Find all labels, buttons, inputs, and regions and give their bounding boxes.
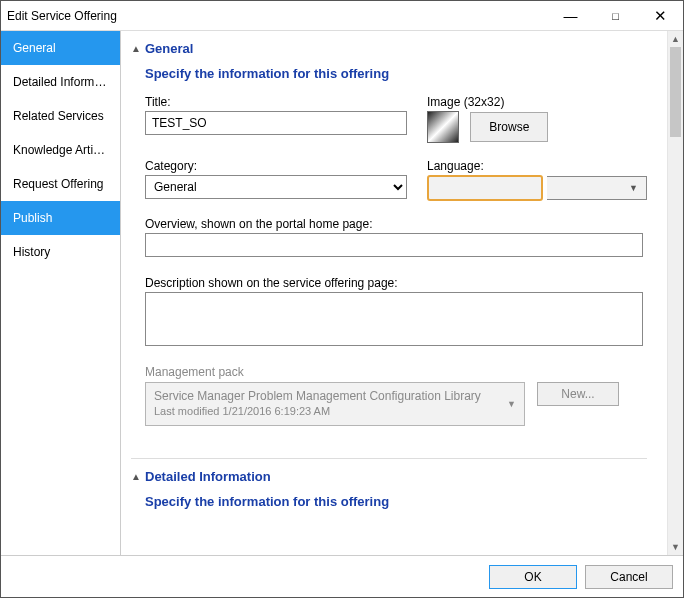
browse-button[interactable]: Browse: [470, 112, 548, 142]
mgmt-pack-select[interactable]: Service Manager Problem Management Confi…: [145, 382, 525, 426]
sidebar-item-general[interactable]: General: [1, 31, 120, 65]
window-body: General Detailed Informa... Related Serv…: [1, 31, 683, 555]
mgmt-pack-label: Management pack: [145, 365, 647, 379]
window-titlebar: Edit Service Offering — □ ✕: [1, 1, 683, 31]
overview-label: Overview, shown on the portal home page:: [145, 217, 647, 231]
description-label: Description shown on the service offerin…: [145, 276, 647, 290]
maximize-button[interactable]: □: [593, 1, 638, 31]
description-block: Description shown on the service offerin…: [145, 276, 647, 349]
edit-service-offering-window: Edit Service Offering — □ ✕ General Deta…: [0, 0, 684, 598]
section-title-detailed: Detailed Information: [145, 469, 271, 484]
scroll-down-icon[interactable]: ▼: [668, 539, 683, 555]
row-category-language: Category: General Language: ▼: [145, 159, 647, 201]
sidebar-item-history[interactable]: History: [1, 235, 120, 269]
image-label: Image (32x32): [427, 95, 647, 109]
sidebar-item-related-services[interactable]: Related Services: [1, 99, 120, 133]
language-dropdown-arrow[interactable]: ▼: [547, 176, 647, 200]
new-mgmt-pack-button[interactable]: New...: [537, 382, 619, 406]
vertical-scrollbar[interactable]: ▲ ▼: [667, 31, 683, 555]
ok-button[interactable]: OK: [489, 565, 577, 589]
category-label: Category:: [145, 159, 407, 173]
row-title-image: Title: Image (32x32) Browse: [145, 95, 647, 143]
mgmt-pack-name: Service Manager Problem Management Confi…: [154, 389, 516, 403]
cancel-button[interactable]: Cancel: [585, 565, 673, 589]
description-textarea[interactable]: [145, 292, 643, 346]
close-button[interactable]: ✕: [638, 1, 683, 31]
overview-textarea[interactable]: [145, 233, 643, 257]
minimize-button[interactable]: —: [548, 1, 593, 31]
general-form: Title: Image (32x32) Browse Category:: [131, 95, 647, 452]
section-header-detailed[interactable]: ▲ Detailed Information: [131, 465, 647, 488]
title-label: Title:: [145, 95, 407, 109]
title-input[interactable]: [145, 111, 407, 135]
scroll-up-icon[interactable]: ▲: [668, 31, 683, 47]
collapse-icon: ▲: [131, 471, 145, 482]
dialog-footer: OK Cancel: [1, 555, 683, 597]
section-header-general[interactable]: ▲ General: [131, 37, 647, 60]
mgmt-pack-modified: Last modified 1/21/2016 6:19:23 AM: [154, 405, 516, 417]
chevron-down-icon: ▼: [507, 399, 516, 409]
overview-block: Overview, shown on the portal home page:: [145, 217, 647, 260]
section-title-general: General: [145, 41, 193, 56]
image-thumbnail: [427, 111, 459, 143]
sidebar-item-detailed-information[interactable]: Detailed Informa...: [1, 65, 120, 99]
sidebar-item-request-offering[interactable]: Request Offering: [1, 167, 120, 201]
language-select-highlighted[interactable]: [427, 175, 543, 201]
mgmt-block: Management pack Service Manager Problem …: [145, 365, 647, 426]
window-title: Edit Service Offering: [7, 9, 548, 23]
collapse-icon: ▲: [131, 43, 145, 54]
sidebar-item-publish[interactable]: Publish: [1, 201, 120, 235]
scroll-thumb[interactable]: [670, 47, 681, 137]
sidebar: General Detailed Informa... Related Serv…: [1, 31, 121, 555]
section-subtitle-general: Specify the information for this offerin…: [131, 60, 647, 95]
sidebar-item-knowledge-articles[interactable]: Knowledge Artic...: [1, 133, 120, 167]
category-select[interactable]: General: [145, 175, 407, 199]
section-divider: [131, 458, 647, 459]
section-subtitle-detailed: Specify the information for this offerin…: [131, 488, 647, 515]
language-label: Language:: [427, 159, 647, 173]
content-wrap: ▲ General Specify the information for th…: [121, 31, 683, 555]
content-pane: ▲ General Specify the information for th…: [121, 31, 667, 555]
